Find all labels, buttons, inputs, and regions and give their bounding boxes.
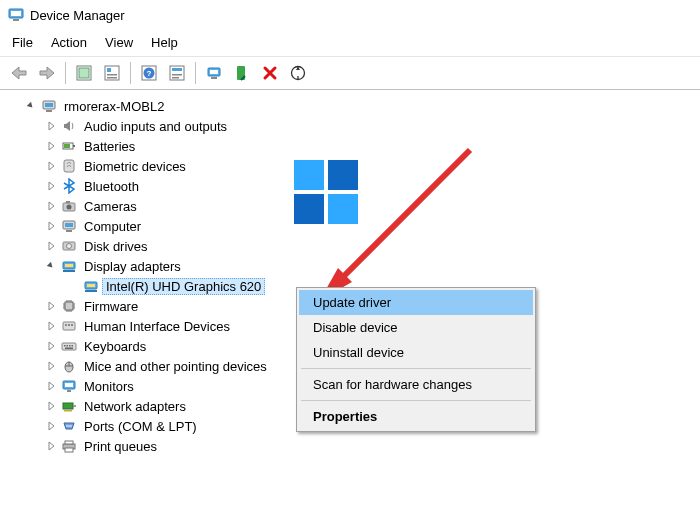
expand-icon[interactable] (44, 219, 58, 233)
svg-rect-23 (45, 103, 53, 107)
toolbar-enable-button[interactable] (229, 60, 255, 86)
svg-rect-38 (65, 264, 73, 267)
svg-rect-1 (11, 11, 21, 16)
device-manager-icon (8, 7, 24, 23)
collapse-icon[interactable] (24, 99, 38, 113)
svg-rect-66 (65, 448, 73, 452)
svg-point-36 (67, 244, 72, 249)
svg-rect-41 (87, 284, 95, 287)
context-properties[interactable]: Properties (299, 404, 533, 429)
speaker-icon (60, 117, 78, 135)
svg-rect-15 (172, 77, 179, 79)
toolbar-properties-button[interactable] (99, 60, 125, 86)
svg-rect-7 (107, 74, 117, 76)
toolbar-separator (130, 62, 131, 84)
menu-action[interactable]: Action (51, 35, 87, 50)
monitor-icon (60, 377, 78, 395)
svg-rect-47 (71, 324, 73, 326)
tree-node-batteries[interactable]: Batteries (0, 136, 700, 156)
menu-help[interactable]: Help (151, 35, 178, 50)
computer-icon (40, 97, 58, 115)
toolbar-help-button[interactable]: ? (136, 60, 162, 86)
tree-node-disk[interactable]: Disk drives (0, 236, 700, 256)
display-adapter-icon (82, 277, 100, 295)
context-scan-hardware[interactable]: Scan for hardware changes (299, 372, 533, 397)
svg-rect-60 (64, 410, 72, 412)
svg-rect-68 (328, 160, 358, 190)
window-title: Device Manager (30, 8, 125, 23)
network-adapter-icon (60, 397, 78, 415)
battery-icon (60, 137, 78, 155)
tree-node-display-adapters[interactable]: Display adapters (0, 256, 700, 276)
expand-icon[interactable] (44, 319, 58, 333)
svg-rect-43 (65, 302, 73, 310)
svg-rect-2 (13, 19, 19, 21)
collapse-icon[interactable] (44, 259, 58, 273)
expand-icon[interactable] (44, 119, 58, 133)
svg-rect-17 (210, 70, 218, 74)
svg-rect-49 (64, 345, 66, 347)
expand-icon[interactable] (44, 419, 58, 433)
menu-file[interactable]: File (12, 35, 33, 50)
context-separator (301, 368, 531, 369)
expand-icon[interactable] (44, 399, 58, 413)
display-adapter-icon (60, 257, 78, 275)
svg-rect-59 (73, 405, 76, 407)
pc-icon (60, 217, 78, 235)
svg-marker-21 (296, 67, 300, 70)
expand-icon[interactable] (44, 179, 58, 193)
bluetooth-icon (60, 177, 78, 195)
toolbar: ? (0, 57, 700, 90)
svg-rect-4 (79, 68, 89, 78)
expand-icon[interactable] (44, 379, 58, 393)
svg-point-30 (67, 205, 72, 210)
toolbar-back-button[interactable] (6, 60, 32, 86)
svg-point-63 (70, 425, 72, 427)
svg-rect-18 (211, 77, 217, 79)
context-uninstall-device[interactable]: Uninstall device (299, 340, 533, 365)
menu-bar: File Action View Help (0, 31, 700, 57)
svg-rect-33 (65, 223, 73, 227)
svg-rect-56 (65, 383, 73, 387)
svg-rect-31 (66, 201, 70, 203)
port-icon (60, 417, 78, 435)
svg-rect-65 (65, 441, 73, 444)
svg-rect-14 (172, 74, 182, 76)
svg-rect-13 (172, 68, 182, 71)
expand-icon[interactable] (44, 339, 58, 353)
keyboard-icon (60, 337, 78, 355)
context-disable-device[interactable]: Disable device (299, 315, 533, 340)
expand-icon[interactable] (44, 159, 58, 173)
expand-icon[interactable] (44, 359, 58, 373)
tree-node-audio[interactable]: Audio inputs and outputs (0, 116, 700, 136)
expand-icon[interactable] (44, 299, 58, 313)
tree-root[interactable]: rmorerax-MOBL2 (0, 96, 700, 116)
context-update-driver[interactable]: Update driver (299, 290, 533, 315)
svg-rect-70 (328, 194, 358, 224)
toolbar-uninstall-button[interactable] (257, 60, 283, 86)
menu-view[interactable]: View (105, 35, 133, 50)
toolbar-show-hidden-button[interactable] (71, 60, 97, 86)
svg-rect-46 (68, 324, 70, 326)
expand-icon[interactable] (44, 239, 58, 253)
toolbar-forward-button[interactable] (34, 60, 60, 86)
disk-icon (60, 237, 78, 255)
fingerprint-icon (60, 157, 78, 175)
svg-rect-39 (63, 270, 75, 272)
toolbar-action-button[interactable] (164, 60, 190, 86)
toolbar-separator (65, 62, 66, 84)
svg-rect-50 (67, 345, 69, 347)
tree-node-print-queues[interactable]: Print queues (0, 436, 700, 456)
toolbar-separator (195, 62, 196, 84)
expand-icon[interactable] (44, 199, 58, 213)
svg-rect-27 (64, 144, 70, 148)
toolbar-update-driver-button[interactable] (201, 60, 227, 86)
svg-rect-51 (69, 345, 71, 347)
svg-rect-69 (294, 194, 324, 224)
toolbar-scan-button[interactable] (285, 60, 311, 86)
windows-logo-icon (294, 160, 358, 224)
chip-icon (60, 297, 78, 315)
svg-rect-34 (66, 230, 72, 232)
expand-icon[interactable] (44, 139, 58, 153)
expand-icon[interactable] (44, 439, 58, 453)
